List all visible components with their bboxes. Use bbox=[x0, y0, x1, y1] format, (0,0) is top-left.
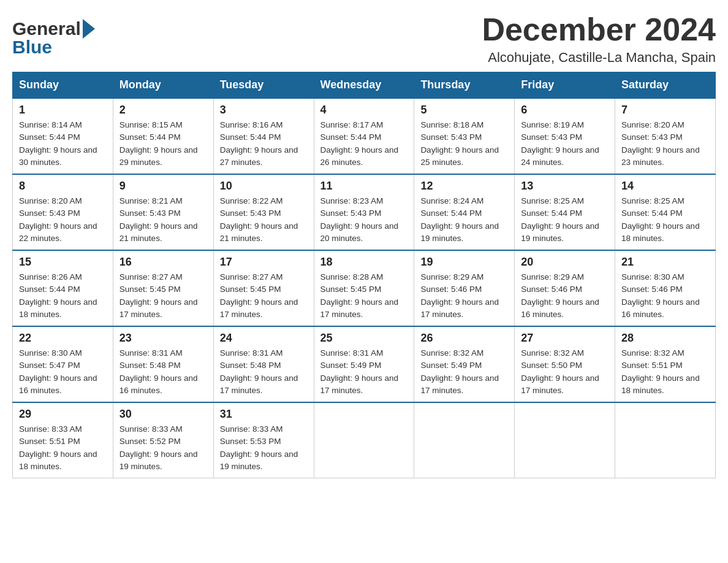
cell-week5-day4 bbox=[414, 402, 515, 478]
day-info: Sunrise: 8:23 AM Sunset: 5:43 PM Dayligh… bbox=[320, 195, 408, 245]
day-info: Sunrise: 8:32 AM Sunset: 5:49 PM Dayligh… bbox=[420, 347, 508, 397]
day-info: Sunrise: 8:33 AM Sunset: 5:52 PM Dayligh… bbox=[119, 423, 207, 473]
cell-week3-day1: 16 Sunrise: 8:27 AM Sunset: 5:45 PM Dayl… bbox=[113, 250, 213, 326]
day-number: 31 bbox=[220, 408, 308, 421]
day-number: 27 bbox=[521, 332, 609, 345]
day-number: 17 bbox=[220, 256, 308, 269]
calendar-table: Sunday Monday Tuesday Wednesday Thursday… bbox=[12, 72, 716, 478]
day-number: 4 bbox=[320, 104, 408, 117]
day-info: Sunrise: 8:18 AM Sunset: 5:43 PM Dayligh… bbox=[420, 119, 508, 169]
page-header: General Blue December 2024 Alcohujate, C… bbox=[12, 12, 716, 66]
cell-week3-day5: 20 Sunrise: 8:29 AM Sunset: 5:46 PM Dayl… bbox=[515, 250, 615, 326]
cell-week2-day4: 12 Sunrise: 8:24 AM Sunset: 5:44 PM Dayl… bbox=[414, 174, 515, 250]
cell-week4-day3: 25 Sunrise: 8:31 AM Sunset: 5:49 PM Dayl… bbox=[314, 326, 414, 402]
day-number: 16 bbox=[119, 256, 207, 269]
day-info: Sunrise: 8:29 AM Sunset: 5:46 PM Dayligh… bbox=[420, 271, 508, 321]
logo: General Blue bbox=[12, 18, 95, 58]
cell-week1-day0: 1 Sunrise: 8:14 AM Sunset: 5:44 PM Dayli… bbox=[13, 98, 113, 174]
day-number: 15 bbox=[19, 256, 107, 269]
day-number: 22 bbox=[19, 332, 107, 345]
day-number: 6 bbox=[521, 104, 609, 117]
cell-week3-day6: 21 Sunrise: 8:30 AM Sunset: 5:46 PM Dayl… bbox=[615, 250, 716, 326]
day-info: Sunrise: 8:24 AM Sunset: 5:44 PM Dayligh… bbox=[420, 195, 508, 245]
day-info: Sunrise: 8:14 AM Sunset: 5:44 PM Dayligh… bbox=[19, 119, 107, 169]
day-info: Sunrise: 8:32 AM Sunset: 5:50 PM Dayligh… bbox=[521, 347, 609, 397]
cell-week5-day0: 29 Sunrise: 8:33 AM Sunset: 5:51 PM Dayl… bbox=[13, 402, 113, 478]
cell-week3-day4: 19 Sunrise: 8:29 AM Sunset: 5:46 PM Dayl… bbox=[414, 250, 515, 326]
day-info: Sunrise: 8:25 AM Sunset: 5:44 PM Dayligh… bbox=[621, 195, 709, 245]
cell-week2-day0: 8 Sunrise: 8:20 AM Sunset: 5:43 PM Dayli… bbox=[13, 174, 113, 250]
col-tuesday: Tuesday bbox=[213, 72, 314, 99]
day-info: Sunrise: 8:21 AM Sunset: 5:43 PM Dayligh… bbox=[119, 195, 207, 245]
day-number: 21 bbox=[621, 256, 709, 269]
cell-week2-day3: 11 Sunrise: 8:23 AM Sunset: 5:43 PM Dayl… bbox=[314, 174, 414, 250]
day-number: 28 bbox=[621, 332, 709, 345]
cell-week4-day1: 23 Sunrise: 8:31 AM Sunset: 5:48 PM Dayl… bbox=[113, 326, 213, 402]
cell-week1-day5: 6 Sunrise: 8:19 AM Sunset: 5:43 PM Dayli… bbox=[515, 98, 615, 174]
week-row-4: 22 Sunrise: 8:30 AM Sunset: 5:47 PM Dayl… bbox=[13, 326, 716, 402]
cell-week4-day0: 22 Sunrise: 8:30 AM Sunset: 5:47 PM Dayl… bbox=[13, 326, 113, 402]
day-info: Sunrise: 8:33 AM Sunset: 5:51 PM Dayligh… bbox=[19, 423, 107, 473]
logo-blue-text: Blue bbox=[12, 37, 52, 58]
location-text: Alcohujate, Castille-La Mancha, Spain bbox=[482, 50, 716, 66]
cell-week4-day5: 27 Sunrise: 8:32 AM Sunset: 5:50 PM Dayl… bbox=[515, 326, 615, 402]
day-info: Sunrise: 8:31 AM Sunset: 5:48 PM Dayligh… bbox=[119, 347, 207, 397]
day-number: 10 bbox=[220, 180, 308, 193]
day-number: 8 bbox=[19, 180, 107, 193]
day-number: 11 bbox=[320, 180, 408, 193]
cell-week1-day2: 3 Sunrise: 8:16 AM Sunset: 5:44 PM Dayli… bbox=[213, 98, 314, 174]
cell-week3-day3: 18 Sunrise: 8:28 AM Sunset: 5:45 PM Dayl… bbox=[314, 250, 414, 326]
day-number: 30 bbox=[119, 408, 207, 421]
day-number: 13 bbox=[521, 180, 609, 193]
day-info: Sunrise: 8:31 AM Sunset: 5:49 PM Dayligh… bbox=[320, 347, 408, 397]
cell-week5-day2: 31 Sunrise: 8:33 AM Sunset: 5:53 PM Dayl… bbox=[213, 402, 314, 478]
day-number: 20 bbox=[521, 256, 609, 269]
week-row-5: 29 Sunrise: 8:33 AM Sunset: 5:51 PM Dayl… bbox=[13, 402, 716, 478]
day-number: 18 bbox=[320, 256, 408, 269]
cell-week1-day1: 2 Sunrise: 8:15 AM Sunset: 5:44 PM Dayli… bbox=[113, 98, 213, 174]
cell-week2-day6: 14 Sunrise: 8:25 AM Sunset: 5:44 PM Dayl… bbox=[615, 174, 716, 250]
title-block: December 2024 Alcohujate, Castille-La Ma… bbox=[482, 12, 716, 66]
col-wednesday: Wednesday bbox=[314, 72, 414, 99]
cell-week2-day2: 10 Sunrise: 8:22 AM Sunset: 5:43 PM Dayl… bbox=[213, 174, 314, 250]
day-info: Sunrise: 8:33 AM Sunset: 5:53 PM Dayligh… bbox=[220, 423, 308, 473]
cell-week3-day0: 15 Sunrise: 8:26 AM Sunset: 5:44 PM Dayl… bbox=[13, 250, 113, 326]
day-info: Sunrise: 8:30 AM Sunset: 5:46 PM Dayligh… bbox=[621, 271, 709, 321]
day-info: Sunrise: 8:16 AM Sunset: 5:44 PM Dayligh… bbox=[220, 119, 308, 169]
day-info: Sunrise: 8:32 AM Sunset: 5:51 PM Dayligh… bbox=[621, 347, 709, 397]
cell-week5-day3 bbox=[314, 402, 414, 478]
cell-week2-day5: 13 Sunrise: 8:25 AM Sunset: 5:44 PM Dayl… bbox=[515, 174, 615, 250]
week-row-2: 8 Sunrise: 8:20 AM Sunset: 5:43 PM Dayli… bbox=[13, 174, 716, 250]
day-info: Sunrise: 8:15 AM Sunset: 5:44 PM Dayligh… bbox=[119, 119, 207, 169]
day-number: 7 bbox=[621, 104, 709, 117]
day-info: Sunrise: 8:19 AM Sunset: 5:43 PM Dayligh… bbox=[521, 119, 609, 169]
month-title: December 2024 bbox=[482, 12, 716, 47]
day-number: 1 bbox=[19, 104, 107, 117]
day-number: 12 bbox=[420, 180, 508, 193]
day-info: Sunrise: 8:17 AM Sunset: 5:44 PM Dayligh… bbox=[320, 119, 408, 169]
col-monday: Monday bbox=[113, 72, 213, 99]
day-info: Sunrise: 8:22 AM Sunset: 5:43 PM Dayligh… bbox=[220, 195, 308, 245]
day-number: 24 bbox=[220, 332, 308, 345]
cell-week5-day1: 30 Sunrise: 8:33 AM Sunset: 5:52 PM Dayl… bbox=[113, 402, 213, 478]
calendar-header-row: Sunday Monday Tuesday Wednesday Thursday… bbox=[13, 72, 716, 99]
day-number: 3 bbox=[220, 104, 308, 117]
week-row-1: 1 Sunrise: 8:14 AM Sunset: 5:44 PM Dayli… bbox=[13, 98, 716, 174]
week-row-3: 15 Sunrise: 8:26 AM Sunset: 5:44 PM Dayl… bbox=[13, 250, 716, 326]
day-number: 2 bbox=[119, 104, 207, 117]
day-number: 5 bbox=[420, 104, 508, 117]
day-info: Sunrise: 8:20 AM Sunset: 5:43 PM Dayligh… bbox=[19, 195, 107, 245]
logo-general-text: General bbox=[12, 18, 81, 39]
col-sunday: Sunday bbox=[13, 72, 113, 99]
col-saturday: Saturday bbox=[615, 72, 716, 99]
day-info: Sunrise: 8:30 AM Sunset: 5:47 PM Dayligh… bbox=[19, 347, 107, 397]
calendar-body: 1 Sunrise: 8:14 AM Sunset: 5:44 PM Dayli… bbox=[13, 98, 716, 478]
cell-week1-day3: 4 Sunrise: 8:17 AM Sunset: 5:44 PM Dayli… bbox=[314, 98, 414, 174]
day-number: 9 bbox=[119, 180, 207, 193]
cell-week4-day6: 28 Sunrise: 8:32 AM Sunset: 5:51 PM Dayl… bbox=[615, 326, 716, 402]
day-number: 29 bbox=[19, 408, 107, 421]
day-number: 14 bbox=[621, 180, 709, 193]
day-info: Sunrise: 8:27 AM Sunset: 5:45 PM Dayligh… bbox=[119, 271, 207, 321]
cell-week1-day4: 5 Sunrise: 8:18 AM Sunset: 5:43 PM Dayli… bbox=[414, 98, 515, 174]
day-number: 25 bbox=[320, 332, 408, 345]
